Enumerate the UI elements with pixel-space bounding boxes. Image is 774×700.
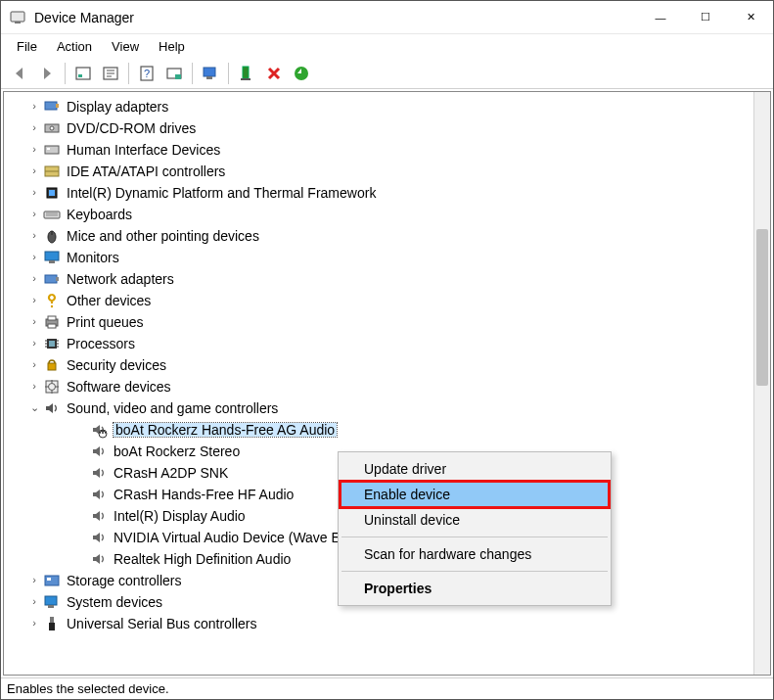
svg-rect-3: [78, 74, 82, 77]
tree-category[interactable]: ›Universal Serial Bus controllers: [4, 613, 753, 634]
tree-device[interactable]: boAt Rockerz Hands-Free AG Audio: [4, 419, 753, 441]
tree-category[interactable]: ›Network adapters: [4, 268, 753, 290]
storage-controller-icon: [43, 572, 61, 589]
chevron-right-icon[interactable]: ›: [27, 164, 41, 178]
ctx-scan-hardware-label: Scan for hardware changes: [364, 546, 531, 562]
tree-category[interactable]: ›Monitors: [4, 247, 753, 268]
ctx-properties[interactable]: Properties: [341, 576, 609, 601]
tree-category-label: Other devices: [67, 294, 151, 308]
maximize-button[interactable]: ☐: [683, 1, 728, 34]
tree-category[interactable]: ›Software devices: [4, 376, 753, 397]
ctx-enable-device[interactable]: Enable device: [341, 482, 609, 507]
menubar: File Action View Help: [1, 34, 773, 58]
chevron-right-icon[interactable]: ›: [27, 617, 41, 630]
enable-device-button[interactable]: [234, 61, 259, 86]
security-device-icon: [43, 356, 61, 374]
svg-rect-41: [49, 341, 55, 347]
chevron-right-icon[interactable]: ›: [27, 595, 41, 609]
tree-device-label: CRasH Hands-Free HF Audio: [114, 488, 294, 502]
svg-rect-12: [204, 68, 215, 76]
tree-category-label: Human Interface Devices: [67, 143, 220, 158]
svg-rect-33: [49, 260, 55, 263]
menu-help[interactable]: Help: [149, 37, 195, 56]
show-hide-console-button[interactable]: [70, 61, 96, 86]
tree-device-label: boAt Rockerz Hands-Free AG Audio: [114, 423, 337, 438]
chevron-right-icon[interactable]: ›: [27, 574, 41, 587]
chevron-right-icon[interactable]: ›: [27, 315, 41, 329]
hid-icon: [43, 141, 61, 159]
chevron-right-icon[interactable]: ›: [27, 186, 41, 200]
svg-rect-13: [206, 76, 212, 79]
chevron-right-icon[interactable]: ›: [27, 143, 41, 157]
refresh-button[interactable]: [289, 61, 314, 86]
tree-category[interactable]: ›Intel(R) Dynamic Platform and Thermal F…: [4, 182, 753, 204]
tree-category-label: Mice and other pointing devices: [67, 229, 259, 244]
chevron-down-icon[interactable]: ⌄: [27, 401, 41, 415]
processor-icon: [43, 335, 61, 352]
chevron-right-icon[interactable]: ›: [27, 272, 41, 286]
chevron-right-icon[interactable]: ›: [27, 294, 41, 307]
ctx-update-driver[interactable]: Update driver: [341, 456, 609, 482]
tree-category[interactable]: ›Print queues: [4, 311, 753, 333]
tree-category-label: Security devices: [67, 358, 166, 373]
vertical-scrollbar[interactable]: [753, 92, 770, 675]
scan-hardware-button[interactable]: [161, 61, 187, 86]
app-icon: [9, 9, 26, 26]
minimize-button[interactable]: —: [638, 1, 683, 34]
software-device-icon: [43, 378, 61, 396]
scrollbar-thumb[interactable]: [756, 229, 768, 386]
tree-category[interactable]: ›Mice and other pointing devices: [4, 225, 753, 247]
speaker-disabled-icon: [90, 421, 108, 439]
menu-view[interactable]: View: [102, 37, 149, 56]
svg-rect-39: [48, 324, 56, 328]
monitor-icon: [43, 249, 61, 266]
dvd-drive-icon: [43, 119, 61, 137]
chevron-right-icon[interactable]: ›: [27, 229, 41, 243]
tree-category-label: Monitors: [67, 251, 119, 265]
chevron-right-icon[interactable]: ›: [27, 358, 41, 372]
svg-rect-35: [56, 277, 59, 281]
display-adapter-icon: [43, 98, 61, 116]
speaker-icon: [90, 486, 108, 503]
tree-category-label: Universal Serial Bus controllers: [67, 617, 257, 631]
chevron-right-icon[interactable]: ›: [27, 380, 41, 394]
titlebar: Device Manager — ☐ ✕: [1, 1, 773, 34]
tree-category[interactable]: ›Security devices: [4, 354, 753, 376]
chevron-right-icon[interactable]: ›: [27, 100, 41, 114]
menu-action[interactable]: Action: [47, 37, 102, 56]
tree-category[interactable]: ›Display adapters: [4, 96, 753, 117]
chevron-right-icon[interactable]: ›: [27, 251, 41, 264]
tree-category[interactable]: ›IDE ATA/ATAPI controllers: [4, 161, 753, 182]
tree-category[interactable]: ›Human Interface Devices: [4, 139, 753, 161]
back-button[interactable]: [7, 61, 32, 86]
tree-category[interactable]: ›Processors: [4, 333, 753, 354]
uninstall-device-button[interactable]: [261, 61, 287, 86]
chevron-right-icon[interactable]: ›: [27, 121, 41, 135]
ctx-separator: [341, 537, 608, 537]
ctx-uninstall-device-label: Uninstall device: [364, 512, 460, 528]
chevron-right-icon[interactable]: ›: [27, 208, 41, 221]
help-button[interactable]: ?: [134, 61, 159, 86]
tree-category[interactable]: ›DVD/CD-ROM drives: [4, 117, 753, 139]
tree-category-label: IDE ATA/ATAPI controllers: [67, 164, 225, 179]
menu-file[interactable]: File: [7, 37, 47, 56]
properties-button[interactable]: [98, 61, 123, 86]
forward-button[interactable]: [34, 61, 60, 86]
tree-category-label: Software devices: [67, 380, 171, 395]
svg-rect-11: [175, 74, 181, 79]
tree-category[interactable]: ⌄Sound, video and game controllers: [4, 397, 753, 419]
tree-category-label: Storage controllers: [67, 574, 182, 588]
close-button[interactable]: ✕: [728, 1, 773, 34]
network-adapter-icon: [43, 270, 61, 288]
update-driver-button[interactable]: [198, 61, 223, 86]
svg-rect-15: [241, 78, 250, 80]
tree-category[interactable]: ›Other devices: [4, 290, 753, 311]
ctx-scan-hardware[interactable]: Scan for hardware changes: [341, 541, 609, 567]
chevron-right-icon[interactable]: ›: [27, 337, 41, 350]
svg-rect-56: [50, 617, 54, 623]
tree-category[interactable]: ›Keyboards: [4, 204, 753, 225]
context-menu: Update driver Enable device Uninstall de…: [338, 451, 612, 606]
ctx-uninstall-device[interactable]: Uninstall device: [341, 507, 609, 533]
tree-device-label: CRasH A2DP SNK: [114, 466, 228, 481]
svg-rect-18: [56, 104, 59, 108]
